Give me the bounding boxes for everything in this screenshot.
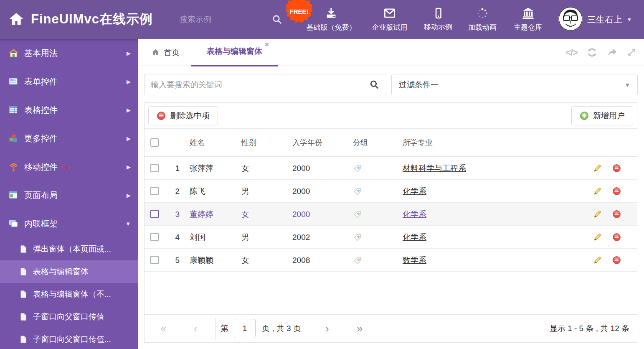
sidebar-subitem-4[interactable]: 子窗口向父窗口传值 (0, 306, 138, 328)
user-menu[interactable]: 三生石上 ▼ (587, 0, 632, 39)
cell-gender: 男 (241, 180, 249, 203)
tag-icon (353, 226, 362, 249)
cell-name: 刘国 (190, 226, 205, 249)
pagination-bar: « ‹ 第 页 , 共 3 页 › » 显示 1 - 5 条 , 共 12 条 (145, 314, 637, 342)
frames-icon (8, 219, 19, 229)
cell-name: 陈飞 (190, 180, 205, 203)
cell-major: 数学系 (403, 249, 426, 272)
nav-item-mobile[interactable]: 移动示例 (424, 0, 452, 39)
sidebar-item-5[interactable]: 移动控件Corp.▶ (0, 153, 138, 181)
sidebar-subitem-5[interactable]: 子窗口向父窗口传值... (0, 328, 138, 349)
spinner-icon (476, 7, 489, 20)
caret-down-icon: ▼ (624, 82, 630, 88)
delete-icon[interactable] (612, 249, 621, 272)
page-number-input[interactable] (234, 319, 256, 338)
select-all-checkbox[interactable] (150, 138, 159, 147)
delete-selected-label: 删除选中项 (170, 110, 210, 121)
delete-icon[interactable] (612, 226, 621, 249)
expand-icon[interactable] (626, 47, 637, 58)
row-checkbox[interactable] (150, 256, 159, 264)
major-link[interactable]: 化学系 (403, 233, 426, 242)
row-checkbox[interactable] (150, 164, 159, 172)
major-link[interactable]: 化学系 (403, 210, 426, 219)
sidebar-item-label: 表单控件 (24, 76, 58, 87)
tab-grid-window[interactable]: 表格与编辑窗体 × (191, 39, 278, 66)
corp-badge: Corp. (61, 163, 76, 171)
sidebar-subitem-label: 表格与编辑窗体 (33, 266, 89, 277)
next-page-button[interactable]: › (325, 323, 329, 334)
table-row[interactable]: 4刘国男2002化学系 (145, 226, 637, 249)
cell-enroll-year: 2008 (292, 249, 310, 272)
first-page-button[interactable]: « (160, 323, 166, 334)
bank-icon (522, 7, 535, 20)
tab-home[interactable]: 首页 (151, 39, 180, 66)
major-link[interactable]: 化学系 (403, 187, 426, 196)
nav-item-label: 主题仓库 (514, 23, 542, 32)
download-icon (325, 7, 338, 20)
table-row[interactable]: 3董婷婷女2000化学系 (145, 203, 637, 226)
table-row[interactable]: 1张萍萍女2000材料科学与工程系 (145, 157, 637, 180)
cell-enroll-year: 2000 (292, 157, 310, 180)
layout-icon (8, 190, 19, 201)
nav-item-download[interactable]: 基础版（免费） (307, 0, 356, 39)
sidebar-item-7[interactable]: 内联框架▼ (0, 209, 138, 238)
edit-icon[interactable] (593, 157, 602, 180)
arrow-right-icon: ▶ (127, 79, 131, 85)
table-grid-icon (8, 105, 19, 115)
file-icon (19, 267, 28, 276)
share-icon[interactable] (606, 47, 618, 58)
last-page-button[interactable]: » (357, 323, 363, 334)
refresh-icon[interactable] (586, 47, 598, 58)
avatar[interactable] (558, 7, 583, 31)
sidebar-subitem-1[interactable]: 弹出窗体（本页面或... (0, 238, 138, 260)
tab-toolbar: </> (565, 39, 637, 66)
sidebar-subitem-label: 弹出窗体（本页面或... (33, 244, 111, 255)
search-icon[interactable] (369, 79, 380, 90)
edit-icon[interactable] (593, 203, 602, 226)
view-source-icon[interactable]: </> (565, 47, 578, 58)
sidebar-subitem-3[interactable]: 表格与编辑窗体（不... (0, 283, 138, 306)
table-row[interactable]: 2陈飞男2000化学系 (145, 180, 637, 203)
edit-icon[interactable] (593, 226, 602, 249)
row-checkbox[interactable] (150, 233, 159, 241)
delete-icon[interactable] (612, 203, 621, 226)
record-count-summary: 显示 1 - 5 条 , 共 12 条 (550, 323, 629, 334)
cell-enroll-year: 2000 (292, 180, 310, 203)
sidebar-item-1[interactable]: 基本用法▶ (0, 39, 138, 67)
add-user-button[interactable]: 新增用户 (571, 106, 633, 125)
nav-item-bank[interactable]: 主题仓库 (514, 0, 542, 39)
sidebar-item-label: 更多控件 (24, 133, 58, 144)
header-nav: 基础版（免费）企业版试用移动示例加载动画主题仓库 (0, 0, 644, 39)
close-icon[interactable]: × (265, 41, 269, 49)
prev-page-button[interactable]: ‹ (194, 323, 198, 334)
column-header-2: 性别 (241, 129, 256, 157)
sidebar-item-2[interactable]: 表单控件▶ (0, 67, 138, 96)
nav-item-spinner[interactable]: 加载动画 (468, 0, 497, 39)
delete-icon[interactable] (612, 180, 621, 203)
arrow-right-icon: ▶ (127, 50, 131, 56)
keyword-search-input[interactable] (151, 80, 369, 89)
major-link[interactable]: 数学系 (403, 256, 426, 265)
edit-icon[interactable] (593, 180, 602, 203)
sidebar-item-4[interactable]: 更多控件▶ (0, 124, 138, 153)
nav-item-envelope[interactable]: 企业版试用 (372, 0, 408, 39)
cell-major: 材料科学与工程系 (403, 157, 466, 180)
row-checkbox[interactable] (150, 187, 159, 195)
filter-dropdown[interactable]: 过滤条件一 ▼ (391, 74, 638, 95)
arrow-right-icon: ▶ (127, 107, 131, 113)
sidebar-subitem-2[interactable]: 表格与编辑窗体 (0, 260, 138, 283)
sidebar-item-label: 页面布局 (24, 190, 58, 201)
cell-gender: 女 (241, 157, 249, 180)
delete-icon[interactable] (612, 157, 621, 180)
row-checkbox[interactable] (150, 210, 159, 218)
envelope-icon (383, 7, 396, 20)
edit-icon[interactable] (593, 249, 602, 272)
sidebar-item-6[interactable]: 页面布局▶ (0, 181, 138, 209)
table-row[interactable]: 5康颖颖女2008数学系 (145, 249, 637, 272)
delete-selected-button[interactable]: 删除选中项 (148, 106, 218, 125)
column-header-4: 分组 (353, 129, 368, 157)
app-header: FineUIMvc在线示例 基础版（免费）企业版试用移动示例加载动画主题仓库 F… (0, 0, 644, 39)
sidebar-item-3[interactable]: 表格控件▶ (0, 96, 138, 124)
major-link[interactable]: 材料科学与工程系 (403, 164, 466, 173)
main-area: 首页 表格与编辑窗体 × </> 过滤条件一 ▼ (138, 39, 644, 349)
